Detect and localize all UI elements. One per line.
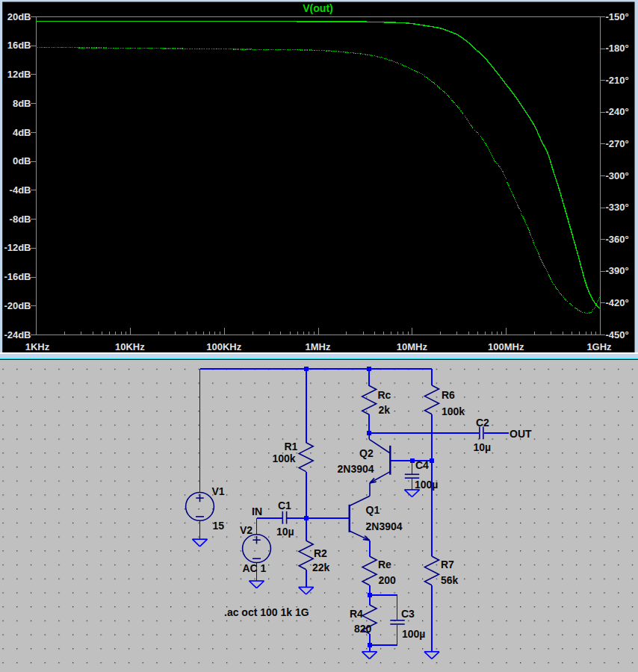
svg-text:V(out): V(out): [303, 2, 332, 14]
svg-text:-210°: -210°: [606, 75, 629, 86]
svg-text:-150°: -150°: [606, 11, 629, 22]
svg-text:4dB: 4dB: [13, 127, 31, 138]
svg-text:2N3904: 2N3904: [338, 462, 374, 474]
svg-text:20dB: 20dB: [7, 11, 31, 22]
svg-text:8dB: 8dB: [13, 98, 31, 109]
svg-text:56k: 56k: [441, 573, 459, 585]
svg-text:15: 15: [213, 519, 225, 531]
svg-text:-8dB: -8dB: [10, 214, 31, 225]
svg-text:100KHz: 100KHz: [206, 341, 241, 352]
svg-text:1MHz: 1MHz: [306, 341, 331, 352]
svg-text:R6: R6: [442, 389, 455, 401]
svg-text:2N3904: 2N3904: [366, 520, 403, 532]
svg-text:-330°: -330°: [606, 202, 629, 213]
svg-text:R1: R1: [285, 441, 298, 452]
svg-text:-300°: -300°: [606, 170, 629, 181]
svg-text:820: 820: [354, 623, 372, 635]
svg-text:-450°: -450°: [606, 329, 629, 340]
svg-text:C1: C1: [278, 500, 291, 511]
svg-text:-240°: -240°: [606, 106, 629, 117]
svg-text:1KHz: 1KHz: [25, 341, 50, 352]
svg-text:-360°: -360°: [606, 234, 629, 245]
svg-text:10KHz: 10KHz: [115, 341, 145, 352]
svg-text:C3: C3: [401, 608, 415, 620]
svg-text:Re: Re: [378, 559, 391, 570]
svg-text:100µ: 100µ: [402, 627, 425, 639]
svg-text:Q1: Q1: [366, 504, 380, 516]
svg-text:100MHz: 100MHz: [488, 341, 524, 352]
svg-text:V1: V1: [212, 485, 225, 497]
svg-text:100k: 100k: [442, 405, 465, 417]
svg-text:-270°: -270°: [606, 138, 629, 149]
svg-text:Q2: Q2: [359, 447, 374, 458]
svg-text:AC 1: AC 1: [243, 561, 267, 573]
svg-text:200: 200: [379, 573, 397, 585]
svg-text:OUT: OUT: [510, 427, 532, 439]
svg-text:1GHz: 1GHz: [586, 341, 612, 352]
svg-text:12dB: 12dB: [7, 69, 31, 80]
svg-text:-12dB: -12dB: [4, 242, 31, 253]
svg-text:10µ: 10µ: [276, 525, 294, 537]
svg-text:16dB: 16dB: [7, 40, 31, 51]
svg-text:R2: R2: [314, 547, 327, 559]
svg-text:.ac oct 100 1k 1G: .ac oct 100 1k 1G: [224, 606, 309, 618]
svg-text:C4: C4: [415, 458, 429, 470]
svg-text:-16dB: -16dB: [4, 271, 31, 282]
svg-text:2k: 2k: [379, 404, 391, 416]
svg-text:-390°: -390°: [606, 265, 629, 276]
svg-text:C2: C2: [476, 417, 489, 429]
svg-text:-180°: -180°: [606, 43, 629, 54]
svg-text:R7: R7: [441, 559, 454, 570]
svg-text:-420°: -420°: [606, 297, 629, 308]
svg-text:Rc: Rc: [378, 388, 391, 400]
svg-text:IN: IN: [252, 505, 262, 517]
svg-text:100k: 100k: [273, 452, 296, 464]
svg-text:-24dB: -24dB: [4, 329, 31, 340]
svg-text:22k: 22k: [312, 561, 330, 573]
svg-text:V2: V2: [240, 524, 253, 536]
svg-text:10µ: 10µ: [474, 441, 492, 452]
svg-text:0dB: 0dB: [13, 155, 31, 167]
svg-text:100µ: 100µ: [415, 478, 438, 490]
svg-text:-4dB: -4dB: [10, 184, 31, 196]
svg-text:10MHz: 10MHz: [397, 341, 428, 352]
svg-text:R4: R4: [350, 608, 363, 620]
svg-text:-20dB: -20dB: [4, 300, 31, 311]
